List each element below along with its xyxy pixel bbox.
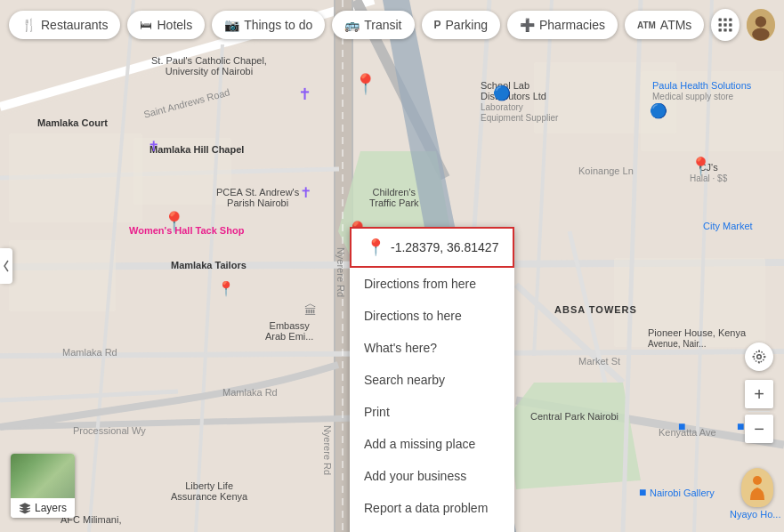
context-menu: 📍 -1.28379, 36.81427 Directions from her… — [350, 227, 514, 532]
svg-rect-35 — [729, 23, 731, 26]
apps-button[interactable] — [711, 9, 740, 41]
svg-point-48 — [753, 476, 762, 485]
layers-icon — [19, 502, 31, 514]
nav-pill-atms[interactable]: ATM ATMs — [625, 11, 704, 39]
context-directions-to[interactable]: Directions to here — [350, 300, 514, 332]
context-coords[interactable]: 📍 -1.28379, 36.81427 — [350, 227, 514, 268]
zoom-in-button[interactable]: + — [745, 380, 773, 408]
svg-marker-15 — [507, 383, 641, 489]
context-add-missing-place[interactable]: Add a missing place — [350, 428, 514, 460]
atms-label: ATMs — [660, 18, 692, 32]
nav-pill-things-to-do[interactable]: 📷 Things to do — [212, 11, 325, 39]
zoom-out-button[interactable]: − — [745, 415, 773, 443]
street-view-button[interactable] — [741, 468, 773, 507]
svg-point-42 — [757, 355, 762, 359]
restaurants-label: Restaurants — [41, 18, 108, 32]
location-button[interactable] — [745, 343, 773, 371]
things-label: Things to do — [244, 18, 312, 32]
context-search-nearby[interactable]: Search nearby — [350, 364, 514, 396]
svg-rect-37 — [724, 28, 727, 31]
pharmacies-icon: ➕ — [520, 18, 535, 32]
hotels-label: Hotels — [157, 18, 192, 32]
svg-rect-38 — [729, 28, 731, 31]
nav-pill-transit[interactable]: 🚌 Transit — [332, 11, 414, 39]
transit-icon: 🚌 — [344, 18, 360, 32]
svg-point-43 — [754, 351, 764, 362]
user-avatar[interactable] — [747, 9, 775, 41]
parking-label: Parking — [446, 18, 488, 32]
svg-rect-33 — [719, 23, 722, 26]
svg-point-40 — [756, 16, 766, 27]
transit-label: Transit — [364, 18, 401, 32]
context-pin-icon: 📍 — [366, 238, 385, 257]
things-icon: 📷 — [224, 18, 239, 32]
context-measure-distance[interactable]: Measure distance — [350, 524, 514, 532]
parking-icon: P — [434, 19, 441, 31]
restaurants-icon: 🍴 — [21, 18, 36, 32]
svg-rect-18 — [9, 240, 116, 311]
svg-rect-31 — [724, 19, 727, 21]
svg-point-41 — [752, 28, 769, 41]
zoom-divider — [748, 411, 770, 412]
svg-rect-36 — [719, 28, 722, 31]
nav-pill-hotels[interactable]: 🛏 Hotels — [127, 11, 205, 39]
map-container[interactable]: St. Paul's Catholic Chapel,University of… — [0, 0, 784, 532]
context-whats-here[interactable]: What's here? — [350, 332, 514, 364]
nav-pill-restaurants[interactable]: 🍴 Restaurants — [9, 11, 120, 39]
layers-thumbnail: Layers — [11, 454, 75, 518]
hotels-icon: 🛏 — [140, 18, 152, 32]
nav-pill-pharmacies[interactable]: ➕ Pharmacies — [507, 11, 618, 39]
context-coordinates-text: -1.28379, 36.81427 — [391, 240, 498, 254]
svg-rect-22 — [614, 258, 765, 347]
context-print[interactable]: Print — [350, 396, 514, 428]
svg-rect-30 — [719, 19, 722, 21]
map-controls: + − — [745, 343, 773, 443]
layers-button[interactable]: Layers — [11, 454, 75, 518]
svg-rect-32 — [729, 19, 731, 21]
layers-label: Layers — [35, 502, 67, 514]
atms-icon: ATM — [637, 20, 656, 30]
top-nav: 🍴 Restaurants 🛏 Hotels 📷 Things to do 🚌 … — [9, 9, 775, 41]
context-report-problem[interactable]: Report a data problem — [350, 492, 514, 524]
nav-pill-parking[interactable]: P Parking — [422, 11, 500, 39]
svg-rect-21 — [641, 71, 783, 151]
context-directions-from[interactable]: Directions from here — [350, 268, 514, 300]
sidebar-collapse-button[interactable] — [0, 248, 12, 284]
pharmacies-label: Pharmacies — [539, 18, 605, 32]
svg-rect-34 — [724, 23, 727, 26]
context-add-business[interactable]: Add your business — [350, 460, 514, 492]
